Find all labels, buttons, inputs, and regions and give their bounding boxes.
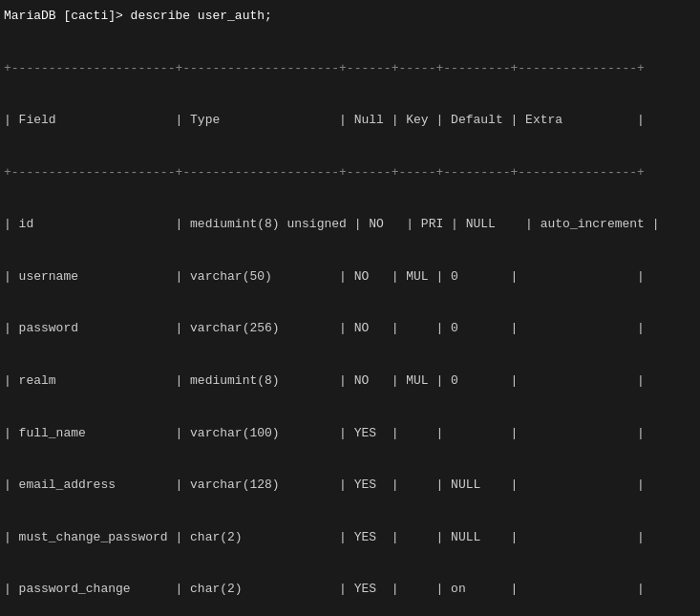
table-row: | must_change_password | char(2) | YES |… bbox=[4, 529, 696, 546]
table-row: | realm | mediumint(8) | NO | MUL | 0 | … bbox=[4, 372, 696, 390]
table1-sep-mid: +----------------------+----------------… bbox=[4, 164, 696, 181]
table1-header: | Field | Type | Null | Key | Default | … bbox=[4, 112, 696, 129]
table-row: | id | mediumint(8) unsigned | NO | PRI … bbox=[4, 216, 696, 233]
describe-table: +----------------------+----------------… bbox=[4, 25, 696, 616]
table-row: | username | varchar(50) | NO | MUL | 0 … bbox=[4, 268, 696, 286]
table-row: | password | varchar(256) | NO | | 0 | | bbox=[4, 320, 696, 337]
prompt-line-1: MariaDB [cacti]> describe user_auth; bbox=[4, 8, 696, 25]
terminal-window: MariaDB [cacti]> describe user_auth; +--… bbox=[0, 0, 700, 616]
table-row: | email_address | varchar(128) | YES | |… bbox=[4, 477, 696, 494]
table1-sep-top: +----------------------+----------------… bbox=[4, 60, 696, 77]
table-row: | full_name | varchar(100) | YES | | | | bbox=[4, 425, 696, 442]
table-row: | password_change | char(2) | YES | | on… bbox=[4, 581, 696, 598]
